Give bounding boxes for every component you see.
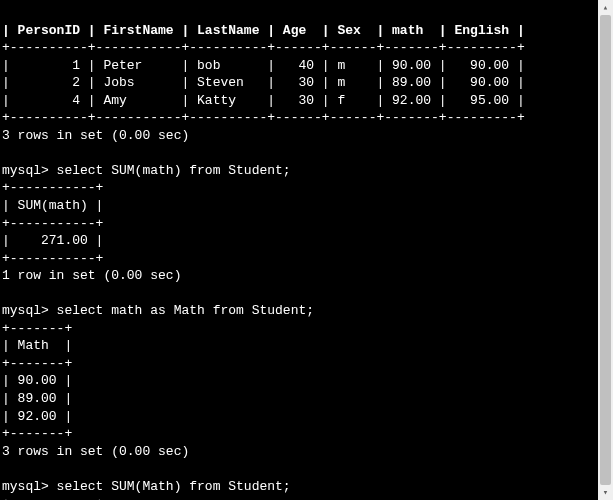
table-border: +-----------+ — [2, 180, 103, 195]
table-border: +-------+ — [2, 321, 72, 336]
table-border: +-------+ — [2, 426, 72, 441]
table-border: +-----------+ — [2, 251, 103, 266]
scroll-down-icon[interactable]: ▾ — [598, 485, 613, 500]
sql-query: mysql> select SUM(Math) from Student; — [2, 479, 291, 494]
result-summary: 1 row in set (0.00 sec) — [2, 268, 181, 283]
sql-query: mysql> select SUM(math) from Student; — [2, 163, 291, 178]
sql-query: mysql> select math as Math from Student; — [2, 303, 314, 318]
table-border: +----------+-----------+----------+-----… — [2, 110, 525, 125]
table-border: +-----------+ — [2, 216, 103, 231]
result-summary: 3 rows in set (0.00 sec) — [2, 128, 189, 143]
table-header: | Math | — [2, 338, 72, 353]
result-summary: 3 rows in set (0.00 sec) — [2, 444, 189, 459]
terminal-output[interactable]: | PersonID | FirstName | LastName | Age … — [0, 0, 598, 500]
table-row: | 90.00 | — [2, 373, 72, 388]
table-row: | 4 | Amy | Katty | 30 | f | 92.00 | 95.… — [2, 93, 525, 108]
scrollbar-thumb[interactable] — [600, 15, 611, 485]
table-header: | PersonID | FirstName | LastName | Age … — [2, 23, 525, 38]
table-row: | 271.00 | — [2, 233, 103, 248]
table-header: | SUM(math) | — [2, 198, 103, 213]
table-row: | 92.00 | — [2, 409, 72, 424]
table-border: +-----------+ — [2, 496, 103, 500]
table-row: | 89.00 | — [2, 391, 72, 406]
table-row: | 2 | Jobs | Steven | 30 | m | 89.00 | 9… — [2, 75, 525, 90]
table-border: +----------+-----------+----------+-----… — [2, 40, 525, 55]
table-border: +-------+ — [2, 356, 72, 371]
scroll-up-icon[interactable]: ▴ — [598, 0, 613, 15]
table-row: | 1 | Peter | bob | 40 | m | 90.00 | 90.… — [2, 58, 525, 73]
scrollbar[interactable]: ▴ ▾ — [598, 0, 613, 500]
